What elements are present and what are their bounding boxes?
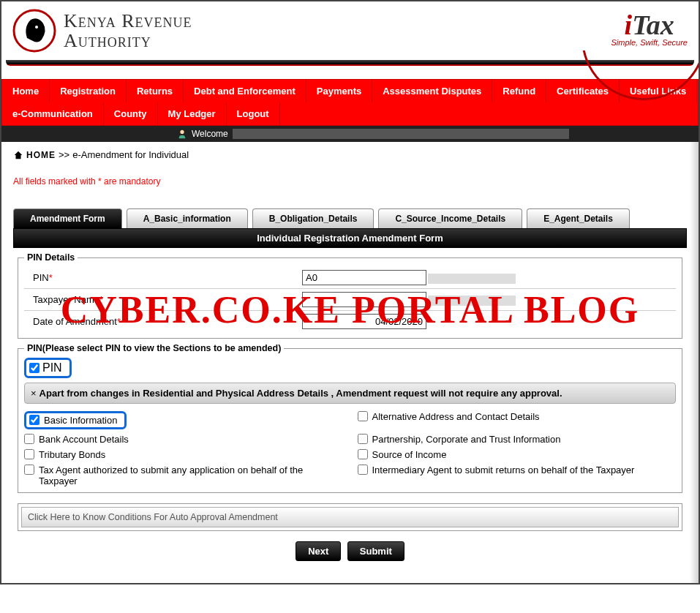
partnership-checkbox[interactable] <box>358 434 368 444</box>
tab-agent-details[interactable]: E_Agent_Details <box>527 208 630 228</box>
alt-address-checkbox[interactable] <box>358 411 368 421</box>
pin-checkbox[interactable] <box>29 363 39 373</box>
intermediary-checkbox[interactable] <box>358 465 368 475</box>
alt-address-label: Alternative Address and Contact Details <box>372 411 540 422</box>
date-label: Date of Amendment <box>33 316 117 327</box>
conditions-box: Click Here to Know Conditions For Auto A… <box>18 503 682 531</box>
basic-info-highlight: Basic Information <box>24 411 127 429</box>
nav-logout[interactable]: Logout <box>227 102 280 125</box>
source-income-checkbox[interactable] <box>358 449 368 459</box>
svg-point-2 <box>180 130 184 134</box>
nav-ecommunication[interactable]: e-Communication <box>2 102 104 125</box>
tab-source-income-details[interactable]: C_Source_Income_Details <box>378 208 522 228</box>
tax-agent-checkbox[interactable] <box>24 465 34 475</box>
pin-checkbox-highlight: PIN <box>24 358 72 378</box>
pin-select-fieldset: PIN(Please select PIN to view the Sectio… <box>18 343 682 493</box>
basic-information-checkbox[interactable] <box>29 415 39 425</box>
sections-grid: Basic Information Alternative Address an… <box>24 411 676 486</box>
submit-button[interactable]: Submit <box>347 541 404 561</box>
nav-my-ledger[interactable]: My Ledger <box>158 102 227 125</box>
nav-home[interactable]: Home <box>2 80 50 102</box>
nav-returns[interactable]: Returns <box>127 80 184 102</box>
form-title: Individual Registration Amendment Form <box>13 228 687 248</box>
source-income-label: Source of Income <box>372 449 447 460</box>
nav-debt[interactable]: Debt and Enforcement <box>184 80 306 102</box>
breadcrumb-page: e-Amendment for Individual <box>72 149 189 160</box>
itax-i: i <box>625 10 633 40</box>
tributary-checkbox[interactable] <box>24 449 34 459</box>
mandatory-note: All fields marked with * are mandatory <box>13 176 687 187</box>
pin-redacted <box>428 274 516 284</box>
date-input[interactable] <box>302 314 426 329</box>
pin-checkbox-label: PIN <box>42 361 62 375</box>
basic-information-label: Basic Information <box>44 415 117 426</box>
breadcrumb-home[interactable]: HOME <box>26 150 56 160</box>
main-nav: Home Registration Returns Debt and Enfor… <box>1 79 699 126</box>
nav-registration[interactable]: Registration <box>50 80 127 102</box>
taxpayer-input[interactable] <box>302 292 426 307</box>
itax-tax: Tax <box>632 10 674 40</box>
scrollbar[interactable] <box>690 142 699 583</box>
home-icon <box>13 150 23 160</box>
kra-logo: Kenya Revenue Authority <box>12 9 192 53</box>
pin-label: PIN <box>33 272 49 283</box>
nav-refund[interactable]: Refund <box>492 80 546 102</box>
next-button[interactable]: Next <box>296 541 341 561</box>
partnership-label: Partnership, Corporate and Trust Informa… <box>372 434 561 445</box>
bank-checkbox[interactable] <box>24 434 34 444</box>
breadcrumb: HOME >> e-Amendment for Individual <box>13 149 687 160</box>
svg-point-1 <box>35 26 38 29</box>
header: Kenya Revenue Authority iTax Simple, Swi… <box>1 1 699 60</box>
tab-obligation-details[interactable]: B_Obligation_Details <box>252 208 375 228</box>
bank-label: Bank Account Details <box>39 434 129 445</box>
nav-payments[interactable]: Payments <box>306 80 372 102</box>
tax-agent-label: Tax Agent authorized to submit any appli… <box>39 465 343 486</box>
approval-note: ×Apart from changes in Residential and P… <box>24 383 676 404</box>
taxpayer-redacted <box>428 296 516 306</box>
breadcrumb-sep: >> <box>59 149 69 160</box>
user-icon <box>177 129 187 139</box>
welcome-label: Welcome <box>192 129 228 139</box>
nav-county[interactable]: County <box>104 102 158 125</box>
welcome-username-redacted <box>233 129 569 139</box>
taxpayer-label: Taxpayer Name <box>33 294 99 305</box>
itax-logo: iTax Simple, Swift, Secure <box>611 9 688 53</box>
tab-amendment-form[interactable]: Amendment Form <box>13 208 122 228</box>
pin-select-legend: PIN(Please select PIN to view the Sectio… <box>24 343 284 353</box>
pin-details-fieldset: PIN Details PIN* Taxpayer Name* Date of … <box>18 252 682 339</box>
button-row: Next Submit <box>13 541 687 561</box>
pin-input[interactable] <box>302 270 426 285</box>
tributary-label: Tributary Bonds <box>39 449 105 460</box>
content: HOME >> e-Amendment for Individual All f… <box>1 142 699 583</box>
itax-tagline: Simple, Swift, Secure <box>611 38 688 47</box>
org-line1: Kenya Revenue <box>64 11 192 31</box>
pin-details-legend: PIN Details <box>24 252 78 263</box>
tab-basic-information[interactable]: A_Basic_information <box>127 208 248 228</box>
tabs: Amendment Form A_Basic_information B_Obl… <box>13 208 687 228</box>
nav-assessment[interactable]: Assessment Disputes <box>372 80 492 102</box>
org-line2: Authority <box>64 31 192 50</box>
lion-icon <box>12 9 56 53</box>
intermediary-label: Intermediary Agent to submit returns on … <box>372 465 635 475</box>
conditions-link[interactable]: Click Here to Know Conditions For Auto A… <box>21 507 679 527</box>
welcome-bar: Welcome <box>1 126 699 142</box>
